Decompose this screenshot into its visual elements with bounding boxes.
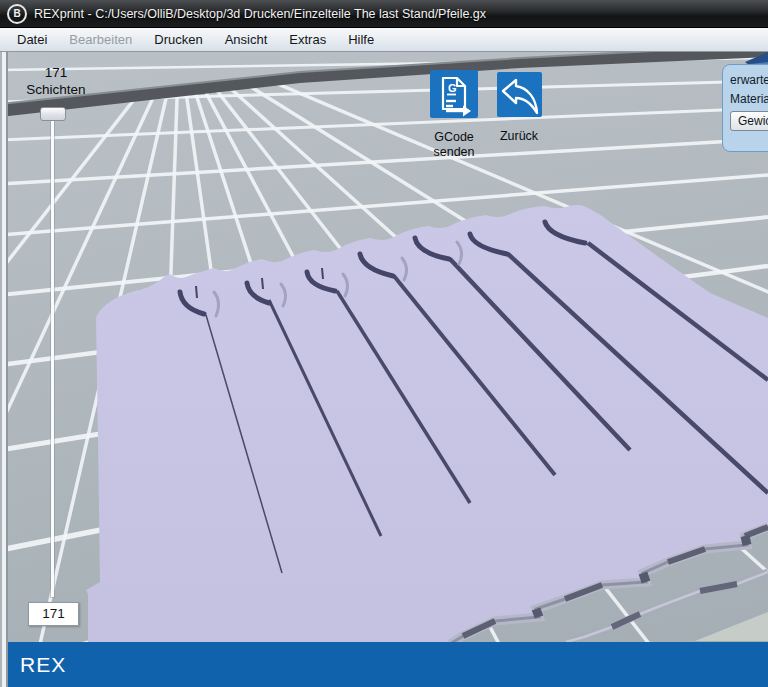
menu-extras[interactable]: Extras [278,29,337,50]
svg-text:G: G [448,82,457,94]
gcode-document-icon: G [430,70,478,118]
layer-slider-track[interactable] [51,121,54,597]
rexprint-logo-icon: B [7,4,27,24]
rexprint-window: { "window": { "title": "REXprint - C:/Us… [0,0,768,687]
layer-count-label: 171 Schichten [10,64,102,98]
menu-datei[interactable]: Datei [6,29,58,50]
expected-time-label: erwarte [730,73,768,87]
weight-button[interactable]: Gewich [730,111,768,131]
print-info-panel: erwarte Materia Gewich [722,64,768,152]
gcode-send-button[interactable]: G GCode senden [422,70,486,160]
current-layer-value[interactable]: 171 [28,602,79,626]
layer-count-unit: Schichten [10,81,102,98]
layer-slider-handle[interactable] [40,107,66,121]
gcode-send-label: GCode senden [422,130,486,160]
menu-bar: Datei Bearbeiten Drucken Ansicht Extras … [0,28,768,52]
menu-hilfe[interactable]: Hilfe [337,29,385,50]
title-bar[interactable]: B REXprint - C:/Users/OlliB/Desktop/3d D… [0,0,768,28]
back-label: Zurück [490,129,548,144]
window-frame-left [0,52,8,687]
material-label: Materia [730,92,768,106]
back-button[interactable]: Zurück [490,72,548,144]
menu-ansicht[interactable]: Ansicht [214,29,279,50]
sliced-model-pfeile [0,52,768,642]
menu-drucken[interactable]: Drucken [143,29,213,50]
window-title: REXprint - C:/Users/OlliB/Desktop/3d Dru… [34,7,486,21]
viewport-3d[interactable]: 171 Schichten 171 G GCode senden [0,52,768,642]
menu-bearbeiten[interactable]: Bearbeiten [58,29,143,50]
layer-count-value: 171 [10,64,102,81]
undo-arrow-icon [497,72,542,117]
rex-brand-text: REX [0,653,66,677]
status-bar: REX [0,642,768,687]
